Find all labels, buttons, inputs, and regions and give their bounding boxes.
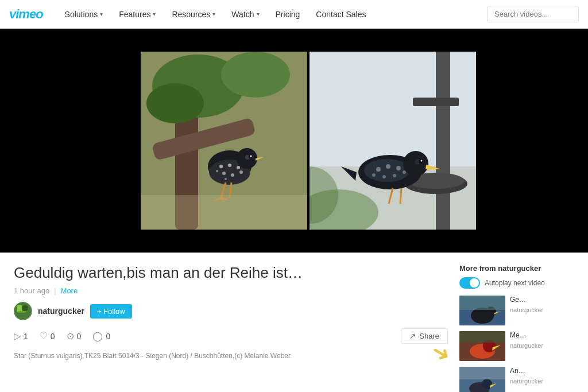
posted-time: 1 hour ago <box>14 286 49 295</box>
video-thumbnail-right <box>310 52 476 230</box>
meta-separator: | <box>54 286 56 295</box>
navbar: vimeo Solutions ▾ Features ▾ Resources ▾… <box>0 0 588 29</box>
video-player[interactable] <box>0 29 588 253</box>
sidebar-thumb-info-2: Me… naturgucker <box>510 331 574 349</box>
svg-point-68 <box>482 379 492 389</box>
sidebar-thumb-3[interactable]: An… naturgucker <box>459 367 574 392</box>
svg-point-10 <box>237 166 240 169</box>
svg-point-14 <box>216 170 218 172</box>
svg-point-5 <box>146 83 204 123</box>
nav-watch[interactable]: Watch ▾ <box>223 0 267 29</box>
sidebar-thumb-info-1: Ge… naturgucker <box>510 296 574 313</box>
author-name: naturgucker <box>38 306 84 316</box>
svg-rect-65 <box>459 331 505 343</box>
share-icon: ↗ <box>409 332 416 340</box>
svg-point-15 <box>225 178 227 180</box>
sidebar-thumb-title-3: An… <box>510 367 574 376</box>
like-number: 0 <box>51 332 55 341</box>
stats-row: ▷ 1 ♡ 0 ⊙ 0 ◯ 0 ↗ Share <box>14 328 448 344</box>
like-icon: ♡ <box>40 331 48 341</box>
chevron-down-icon: ▾ <box>100 11 103 17</box>
sidebar-title: More from naturgucker <box>459 264 574 273</box>
svg-point-19 <box>250 156 252 157</box>
svg-point-55 <box>22 305 28 312</box>
search-area <box>487 6 579 22</box>
play-icon: ▷ <box>14 331 21 341</box>
follow-button[interactable]: + Follow <box>90 304 132 319</box>
svg-point-45 <box>421 160 423 162</box>
autoplay-row: Autoplay next video <box>459 277 574 289</box>
collection-count: ⊙ 0 <box>67 331 82 341</box>
svg-rect-26 <box>141 195 307 230</box>
sidebar-thumb-title-2: Me… <box>510 331 574 340</box>
like-count: ♡ 0 <box>40 331 55 341</box>
collection-number: 0 <box>77 332 82 341</box>
svg-rect-54 <box>18 311 26 313</box>
svg-line-49 <box>400 188 401 204</box>
video-title: Geduldig warten,bis man an der Reihe ist… <box>14 264 448 282</box>
sidebar-thumb-author-3: naturgucker <box>510 378 574 385</box>
autoplay-toggle[interactable] <box>459 277 480 289</box>
share-label: Share <box>419 332 439 340</box>
svg-rect-53 <box>17 305 22 312</box>
sidebar-thumb-info-3: An… naturgucker <box>510 367 574 385</box>
sidebar-thumb-author-1: naturgucker <box>510 306 574 313</box>
svg-point-9 <box>228 164 231 167</box>
svg-rect-30 <box>413 98 459 106</box>
video-thumbnail-left <box>141 52 307 230</box>
autoplay-label: Autoplay next video <box>485 279 545 287</box>
sidebar: More from naturgucker Autoplay next vide… <box>459 264 574 392</box>
vimeo-logo[interactable]: vimeo <box>9 7 43 22</box>
sidebar-thumb-img-3 <box>459 367 505 392</box>
caption-text: Star (Sturnus vulgaris),TK25 Blatt 5014/… <box>14 351 404 361</box>
video-thumbnails <box>141 52 476 230</box>
chevron-down-icon: ▾ <box>212 11 215 17</box>
nav-pricing[interactable]: Pricing <box>268 0 308 29</box>
svg-point-8 <box>219 165 223 168</box>
sidebar-thumb-1[interactable]: Ge… naturgucker <box>459 296 574 325</box>
nav-resources[interactable]: Resources ▾ <box>164 0 223 29</box>
svg-rect-70 <box>459 367 505 379</box>
comment-icon: ◯ <box>92 331 103 341</box>
svg-rect-60 <box>459 296 505 310</box>
svg-point-41 <box>364 159 410 182</box>
svg-point-13 <box>239 170 243 174</box>
play-count: ▷ 1 <box>14 331 28 341</box>
chevron-down-icon: ▾ <box>153 11 156 17</box>
comment-number: 0 <box>106 332 110 341</box>
avatar <box>14 302 32 320</box>
search-input[interactable] <box>487 6 579 22</box>
nav-items: Solutions ▾ Features ▾ Resources ▾ Watch… <box>57 0 487 29</box>
svg-point-4 <box>221 52 290 98</box>
sidebar-thumb-author-2: naturgucker <box>510 342 574 349</box>
info-main: Geduldig warten,bis man an der Reihe ist… <box>14 264 448 392</box>
sidebar-thumb-img-1 <box>459 296 505 325</box>
chevron-down-icon: ▾ <box>257 11 260 17</box>
comment-count: ◯ 0 <box>92 331 110 341</box>
sidebar-thumb-title-1: Ge… <box>510 296 574 305</box>
nav-solutions[interactable]: Solutions ▾ <box>57 0 111 29</box>
svg-rect-29 <box>436 52 450 230</box>
nav-features[interactable]: Features ▾ <box>111 0 164 29</box>
sidebar-thumb-img-2 <box>459 331 505 361</box>
more-link[interactable]: More <box>61 286 78 295</box>
play-number: 1 <box>24 332 28 341</box>
nav-contact-sales[interactable]: Contact Sales <box>308 0 374 29</box>
sidebar-thumb-2[interactable]: Me… naturgucker <box>459 331 574 361</box>
info-section: Geduldig warten,bis man an der Reihe ist… <box>0 253 588 392</box>
video-meta: 1 hour ago | More <box>14 286 448 295</box>
svg-point-12 <box>231 173 234 177</box>
collection-icon: ⊙ <box>67 331 74 341</box>
author-row: naturgucker + Follow <box>14 302 448 320</box>
svg-point-11 <box>222 172 226 175</box>
